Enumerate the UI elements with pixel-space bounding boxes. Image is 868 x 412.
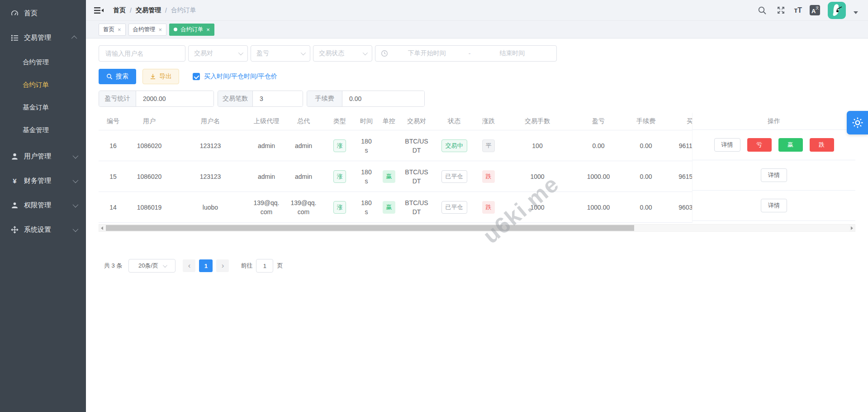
updown-tag: 跌 (482, 170, 495, 183)
detail-button[interactable]: 详情 (761, 168, 787, 182)
chevron-down-icon (73, 201, 79, 207)
table-area: 编号 用户 用户名 上级代理 总代 类型 时间 单控 交易对 状态 涨跌 (99, 113, 855, 223)
sidebar-item-contract-orders[interactable]: 合约订单 (0, 73, 86, 96)
sidebar-item-permission-management[interactable]: 权限管理 (0, 193, 86, 217)
close-icon[interactable]: × (159, 27, 162, 33)
stat-fee: 手续费 0.00 (307, 91, 425, 107)
sidebar-item-finance-management[interactable]: ¥ 财务管理 (0, 168, 86, 193)
total-count: 共 3 条 (104, 262, 122, 270)
sidebar-item-contract-management[interactable]: 合约管理 (0, 51, 86, 73)
sidebar-item-fund-orders[interactable]: 基金订单 (0, 96, 86, 119)
page-unit: 页 (277, 262, 283, 270)
sidebar-item-fund-management[interactable]: 基金管理 (0, 119, 86, 141)
hamburger-icon[interactable] (94, 6, 104, 14)
sidebar-item-user-management[interactable]: 用户管理 (0, 144, 86, 168)
gear-icon (852, 117, 863, 129)
pair-select[interactable]: 交易对 (188, 45, 248, 62)
force-fall-button[interactable]: 跌 (810, 138, 834, 152)
goto-page-input[interactable] (256, 259, 273, 273)
scroll-right-arrow[interactable] (849, 225, 855, 231)
status-tag: 已平仓 (441, 170, 467, 183)
type-tag: 涨 (333, 201, 346, 214)
table-header-row: 编号 用户 用户名 上级代理 总代 类型 时间 单控 交易对 状态 涨跌 (99, 113, 692, 130)
dropdown-caret-icon[interactable] (854, 11, 858, 14)
yen-icon: ¥ (11, 177, 19, 185)
chevron-down-icon (73, 153, 79, 158)
checkbox-checked-icon[interactable] (193, 73, 200, 80)
prev-page-button[interactable]: ‹ (183, 259, 195, 272)
scrollbar-thumb[interactable] (106, 225, 634, 231)
search-icon[interactable] (757, 5, 768, 16)
goto-page: 前往 页 (241, 259, 283, 273)
row-actions: 详情 亏 赢 跌 (693, 130, 855, 160)
force-win-button[interactable]: 赢 (778, 138, 803, 152)
end-time-placeholder: 结束时间 (473, 49, 551, 57)
tab-home[interactable]: 首页 × (99, 24, 126, 36)
table-row: 15 1086020 123123 admin admin 涨 180 s 赢 … (99, 161, 692, 192)
stats-row: 盈亏统计 2000.00 交易笔数 3 手续费 0.00 (99, 91, 855, 107)
breadcrumb-current: 合约订单 (171, 6, 196, 14)
tab-contract-orders[interactable]: 合约订单 × (169, 24, 214, 36)
row-actions: 详情 (693, 191, 855, 221)
status-select[interactable]: 交易状态 (313, 45, 372, 62)
sidebar-item-home[interactable]: 首页 (0, 1, 86, 25)
chevron-down-icon (363, 50, 368, 55)
main-area: 首页 / 交易管理 / 合约订单 тT A 文 (86, 0, 868, 412)
settings-drawer-button[interactable] (847, 111, 868, 134)
pnl-select[interactable]: 盈亏 (251, 45, 310, 62)
date-range-picker[interactable]: 下单开始时间 - 结束时间 (375, 45, 557, 62)
font-size-icon[interactable]: тT (794, 6, 802, 14)
type-tag: 涨 (333, 170, 346, 183)
breadcrumb: 首页 / 交易管理 / 合约订单 (113, 6, 196, 14)
breadcrumb-home[interactable]: 首页 (113, 6, 126, 14)
username-field (99, 45, 185, 62)
force-loss-button[interactable]: 亏 (747, 138, 772, 152)
status-tag: 已平仓 (441, 201, 467, 214)
tab-contract-management[interactable]: 合约管理 × (128, 24, 167, 36)
person-icon (11, 201, 19, 209)
current-page-button[interactable]: 1 (199, 259, 213, 272)
chevron-down-icon (301, 50, 306, 55)
orders-table: 编号 用户 用户名 上级代理 总代 类型 时间 单控 交易对 状态 涨跌 (99, 113, 855, 232)
row-actions: 详情 (693, 160, 855, 191)
translate-icon[interactable]: A 文 (810, 5, 820, 15)
search-button[interactable]: 搜索 (99, 69, 136, 84)
sidebar-item-system-settings[interactable]: 系统设置 (0, 217, 86, 242)
app-root: 首页 交易管理 合约管理 合约订单 基金订单 基金管理 (0, 0, 868, 412)
pagination: 共 3 条 20条/页 ‹ 1 › 前往 页 (99, 259, 855, 273)
detail-button[interactable]: 详情 (761, 199, 787, 212)
sidebar-item-label: 首页 (24, 9, 77, 18)
sidebar-item-trade-management[interactable]: 交易管理 (0, 25, 86, 50)
sidebar-item-label: 用户管理 (24, 152, 73, 161)
chevron-down-icon (238, 50, 243, 55)
table-scroll-region: 编号 用户 用户名 上级代理 总代 类型 时间 单控 交易对 状态 涨跌 (99, 113, 692, 223)
page-size-select[interactable]: 20条/页 (128, 259, 175, 273)
scrollbar-track[interactable] (105, 225, 849, 231)
close-icon[interactable]: × (118, 27, 121, 33)
stat-trade-count: 交易笔数 3 (218, 91, 303, 107)
horizontal-scrollbar[interactable] (99, 224, 855, 232)
username-input[interactable] (105, 50, 179, 57)
start-time-placeholder: 下单开始时间 (388, 49, 466, 57)
export-button[interactable]: 导出 (142, 69, 179, 84)
action-row: 搜索 导出 买入时间/平仓时间/平仓价 (99, 69, 855, 84)
navbar: 首页 / 交易管理 / 合约订单 тT A 文 (86, 0, 868, 21)
close-icon[interactable]: × (206, 27, 210, 33)
avatar[interactable] (828, 2, 846, 19)
tags-view: 首页 × 合约管理 × 合约订单 × (86, 21, 868, 38)
navbar-actions: тT A 文 (757, 2, 858, 19)
type-tag: 涨 (333, 139, 346, 152)
time-columns-checkbox[interactable]: 买入时间/平仓时间/平仓价 (193, 72, 277, 81)
next-page-button[interactable]: › (216, 259, 229, 272)
breadcrumb-trade-management[interactable]: 交易管理 (136, 6, 161, 14)
fixed-actions-column: 操作 详情 亏 赢 跌 详情 详情 (692, 113, 855, 223)
status-tag: 交易中 (441, 139, 467, 152)
chevron-down-icon (73, 226, 79, 232)
user-icon (11, 153, 19, 160)
scroll-left-arrow[interactable] (99, 225, 105, 231)
fullscreen-icon[interactable] (775, 5, 786, 16)
move-icon (11, 226, 19, 234)
detail-button[interactable]: 详情 (714, 138, 740, 152)
sidebar-item-label: 权限管理 (24, 201, 73, 210)
chevron-down-icon (163, 263, 167, 268)
